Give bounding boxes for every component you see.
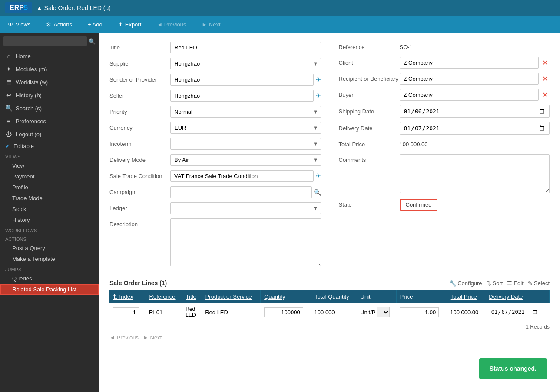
client-input[interactable] <box>400 57 539 69</box>
workflows-section-header: WORKFLOWS <box>0 225 99 234</box>
delivery-date-input[interactable] <box>400 122 550 135</box>
shipping-date-input[interactable] <box>400 105 550 118</box>
sidebar-sub-trademodel[interactable]: Trade Model <box>0 193 99 204</box>
currency-select[interactable]: EUR <box>170 122 321 134</box>
index-input[interactable] <box>113 307 139 317</box>
priority-field-row: Priority Normal ▼ <box>109 106 321 118</box>
sidebar-item-worklists[interactable]: ▤ Worklists (w) <box>0 76 99 89</box>
price-input[interactable] <box>400 307 439 317</box>
actions-button[interactable]: ⚙ Actions <box>43 20 76 30</box>
sidebar-sub-view[interactable]: View <box>0 160 99 171</box>
top-bar-arrow: ▲ <box>36 4 43 11</box>
comments-value <box>400 154 550 194</box>
actions-icon: ⚙ <box>46 21 51 28</box>
add-button[interactable]: + Add <box>84 20 106 30</box>
edit-button[interactable]: ☰ Edit <box>507 280 523 287</box>
sidebar-sub-profile[interactable]: Profile <box>0 182 99 193</box>
col-quantity: Quantity <box>261 290 311 303</box>
sidebar-search-icon[interactable]: 🔍 <box>89 38 96 45</box>
form-left: Title Supplier Hongzhao ▼ <box>109 42 330 272</box>
seller-clear-btn[interactable]: ✈ <box>315 92 321 100</box>
campaign-input[interactable] <box>170 186 312 198</box>
unit-select[interactable]: ▼ <box>377 307 390 317</box>
supplier-select[interactable]: Hongzhao <box>170 58 321 69</box>
sale-trade-input[interactable] <box>170 170 314 182</box>
sidebar-sub-queries[interactable]: Queries <box>0 273 99 284</box>
order-lines-table: ⇅ Index Reference Title Product or Servi… <box>109 290 550 321</box>
col-title-link[interactable]: Title <box>186 293 196 300</box>
next-page-button[interactable]: ► Next <box>143 334 162 341</box>
next-button[interactable]: ► Next <box>198 20 224 30</box>
search-icon: 🔍 <box>5 105 12 112</box>
priority-value: Normal ▼ <box>170 106 321 118</box>
sender-input[interactable] <box>170 74 314 86</box>
sidebar-item-modules[interactable]: ✦ Modules (m) <box>0 63 99 76</box>
col-total-price-link[interactable]: Total Price <box>451 293 477 300</box>
sidebar-sub-stock[interactable]: Stock <box>0 204 99 214</box>
delivery-date-field-row: Delivery Date <box>339 122 550 135</box>
configure-button[interactable]: 🔧 Configure <box>449 280 482 287</box>
sidebar-sub-make-template[interactable]: Make a Template <box>0 254 99 264</box>
history-icon: ↩ <box>5 92 12 99</box>
col-delivery-date-link[interactable]: Delivery Date <box>489 293 523 300</box>
incoterm-field-row: Incoterm ▼ <box>109 138 321 150</box>
state-box: Confirmed <box>400 199 438 211</box>
ledger-select[interactable] <box>170 202 321 214</box>
sale-trade-field-row: Sale Trade Condition ✈ <box>109 170 321 182</box>
sidebar-item-logout[interactable]: ⏻ Logout (o) <box>0 128 99 141</box>
col-product-link[interactable]: Product or Service <box>205 293 252 300</box>
delivery-mode-select[interactable]: By Air <box>170 154 321 166</box>
description-textarea[interactable] <box>170 218 321 266</box>
col-reference-link[interactable]: Reference <box>149 293 176 300</box>
sidebar-logout-label: Logout (o) <box>16 131 41 138</box>
seller-input[interactable] <box>170 90 314 102</box>
quantity-input[interactable] <box>264 307 303 317</box>
next-label: ► Next <box>202 21 220 28</box>
sidebar-sub-post-query[interactable]: Post a Query <box>0 243 99 254</box>
buyer-input[interactable] <box>400 89 539 101</box>
state-label: State <box>339 201 400 208</box>
recipient-clear-btn[interactable]: ✕ <box>540 75 550 83</box>
previous-button[interactable]: ◄ Previous <box>153 20 189 30</box>
configure-label: Configure <box>457 280 482 287</box>
seller-value: ✈ <box>170 90 321 102</box>
total-price-label: Total Price <box>339 141 400 148</box>
title-input[interactable] <box>170 42 321 53</box>
col-index-link[interactable]: ⇅ Index <box>113 293 133 300</box>
prev-page-button[interactable]: ◄ Previous <box>109 334 139 341</box>
recipient-input[interactable] <box>400 73 539 85</box>
erp5-logo[interactable]: ERP5 <box>5 2 32 13</box>
sale-trade-clear-btn[interactable]: ✈ <box>315 172 321 180</box>
sender-value: ✈ <box>170 74 321 86</box>
sidebar-item-home[interactable]: ⌂ Home <box>0 49 99 63</box>
buyer-clear-btn[interactable]: ✕ <box>540 91 550 99</box>
sidebar-item-history[interactable]: ↩ History (h) <box>0 89 99 102</box>
priority-select[interactable]: Normal <box>170 106 321 118</box>
title-value <box>170 42 321 53</box>
export-button[interactable]: ⬆ Export <box>115 20 145 30</box>
row-delivery-date-input[interactable] <box>489 307 540 317</box>
cell-quantity <box>261 303 311 321</box>
shipping-date-field-row: Shipping Date <box>339 105 550 118</box>
sender-clear-btn[interactable]: ✈ <box>315 76 321 84</box>
select-button[interactable]: ✎ Select <box>528 280 550 287</box>
sidebar-search-input[interactable] <box>3 36 87 46</box>
sidebar-item-preferences[interactable]: ≡ Preferences <box>0 115 99 128</box>
views-button[interactable]: 👁 Views <box>4 20 34 30</box>
client-clear-btn[interactable]: ✕ <box>540 59 550 67</box>
delivery-mode-label: Delivery Mode <box>109 157 170 163</box>
sidebar-sub-history[interactable]: History <box>0 214 99 225</box>
comments-textarea[interactable] <box>400 154 550 193</box>
toast-message: Status changed. <box>490 365 537 372</box>
sidebar-sub-payment[interactable]: Payment <box>0 171 99 182</box>
select-icon: ✎ <box>528 280 533 287</box>
sidebar-sub-related-sale-packing[interactable]: Related Sale Packing List <box>0 284 99 295</box>
sidebar-item-search[interactable]: 🔍 Search (s) <box>0 102 99 115</box>
content-area: Title Supplier Hongzhao ▼ <box>99 33 560 392</box>
campaign-search-btn[interactable]: 🔍 <box>314 189 321 196</box>
incoterm-select[interactable] <box>170 138 321 150</box>
sort-button[interactable]: ⇅ Sort <box>487 280 503 287</box>
editable-checkbox[interactable]: ✔ <box>5 143 10 149</box>
col-quantity-link[interactable]: Quantity <box>264 293 285 300</box>
delivery-date-value <box>400 122 550 135</box>
